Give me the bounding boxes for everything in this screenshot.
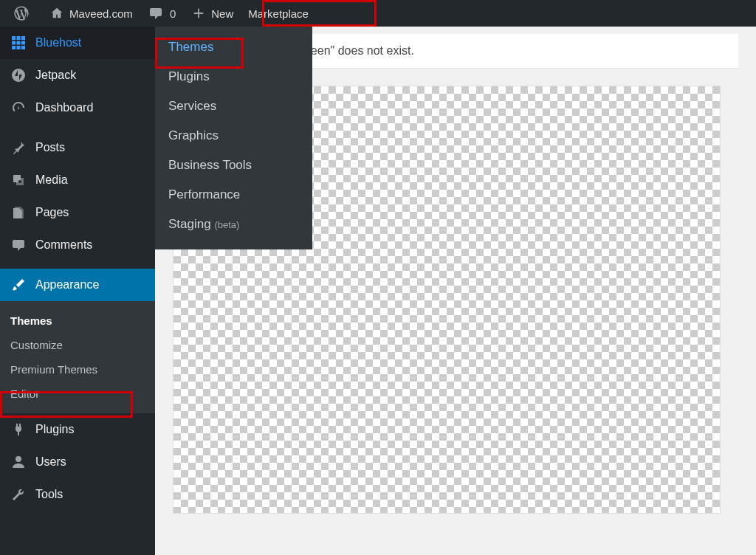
home-icon: [49, 5, 65, 21]
sidebar-item-bluehost[interactable]: Bluehost: [0, 27, 155, 59]
svg-rect-7: [17, 46, 21, 49]
flyout-item-themes[interactable]: Themes: [155, 32, 312, 62]
marketplace-link[interactable]: Marketplace: [241, 0, 316, 27]
wp-logo[interactable]: [6, 0, 41, 27]
sidebar-label: Appearance: [35, 278, 99, 292]
flyout-item-plugins[interactable]: Plugins: [155, 62, 312, 92]
sub-item-editor[interactable]: Editor: [0, 382, 155, 406]
jetpack-icon: [10, 67, 27, 83]
admin-bar: Maveed.com 0 New Marketplace: [0, 0, 756, 27]
pages-icon: [10, 204, 27, 221]
flyout-item-services[interactable]: Services: [155, 92, 312, 121]
svg-point-12: [18, 180, 21, 183]
new-label: New: [211, 7, 233, 20]
sidebar-label: Tools: [35, 488, 63, 501]
flyout-item-performance[interactable]: Performance: [155, 180, 312, 210]
flyout-item-business-tools[interactable]: Business Tools: [155, 151, 312, 180]
sidebar-item-dashboard[interactable]: Dashboard: [0, 92, 155, 124]
site-name: Maveed.com: [69, 7, 133, 20]
grid-icon: [10, 35, 27, 51]
comment-icon: [148, 5, 164, 21]
comments-link[interactable]: 0: [140, 0, 183, 27]
admin-sidebar: Bluehost Jetpack Dashboard Posts Media: [0, 27, 155, 555]
gauge-icon: [10, 100, 27, 116]
sidebar-label: Media: [35, 173, 68, 187]
svg-rect-2: [21, 36, 25, 40]
svg-rect-5: [21, 41, 25, 45]
pin-icon: [10, 139, 27, 156]
svg-rect-8: [21, 46, 25, 49]
svg-point-13: [16, 456, 21, 462]
sidebar-item-jetpack[interactable]: Jetpack: [0, 59, 155, 92]
sidebar-item-users[interactable]: Users: [0, 446, 155, 478]
sidebar-item-pages[interactable]: Pages: [0, 196, 155, 229]
svg-rect-0: [12, 36, 16, 40]
svg-rect-3: [12, 41, 16, 45]
flyout-item-staging[interactable]: Staging (beta): [155, 210, 312, 239]
sidebar-label: Comments: [35, 238, 92, 252]
sidebar-item-plugins[interactable]: Plugins: [0, 413, 155, 446]
flyout-staging-label: Staging: [168, 217, 211, 231]
sidebar-item-tools[interactable]: Tools: [0, 478, 155, 511]
media-icon: [10, 172, 27, 188]
svg-rect-1: [17, 36, 21, 40]
flyout-staging-beta: (beta): [214, 219, 239, 230]
svg-rect-4: [17, 41, 21, 45]
site-home[interactable]: Maveed.com: [41, 0, 140, 27]
sub-item-customize[interactable]: Customize: [0, 333, 155, 357]
new-content[interactable]: New: [183, 0, 241, 27]
sidebar-label: Jetpack: [35, 69, 76, 82]
sidebar-label: Plugins: [35, 423, 74, 436]
sidebar-label: Posts: [35, 141, 65, 154]
flyout-item-graphics[interactable]: Graphics: [155, 121, 312, 151]
wrench-icon: [10, 486, 27, 503]
plug-icon: [10, 421, 27, 438]
sidebar-label: Bluehost: [35, 36, 81, 49]
sub-item-themes[interactable]: Themes: [0, 308, 155, 333]
comment-icon: [10, 237, 27, 253]
sidebar-item-appearance[interactable]: Appearance: [0, 269, 155, 301]
sidebar-item-comments[interactable]: Comments: [0, 229, 155, 261]
appearance-submenu: Themes Customize Premium Themes Editor: [0, 301, 155, 413]
svg-point-9: [12, 69, 25, 82]
svg-rect-6: [12, 46, 16, 49]
plus-icon: [190, 5, 207, 21]
brush-icon: [10, 277, 27, 293]
sidebar-label: Users: [35, 455, 66, 469]
comments-count: 0: [170, 7, 176, 20]
bluehost-flyout: Themes Plugins Services Graphics Busines…: [155, 27, 312, 249]
sidebar-item-media[interactable]: Media: [0, 164, 155, 196]
sidebar-item-posts[interactable]: Posts: [0, 131, 155, 164]
marketplace-label: Marketplace: [248, 7, 309, 20]
sidebar-label: Dashboard: [35, 101, 93, 114]
wordpress-icon: [13, 5, 30, 21]
user-icon: [10, 454, 27, 470]
sub-item-premium-themes[interactable]: Premium Themes: [0, 357, 155, 382]
sidebar-label: Pages: [35, 206, 69, 219]
